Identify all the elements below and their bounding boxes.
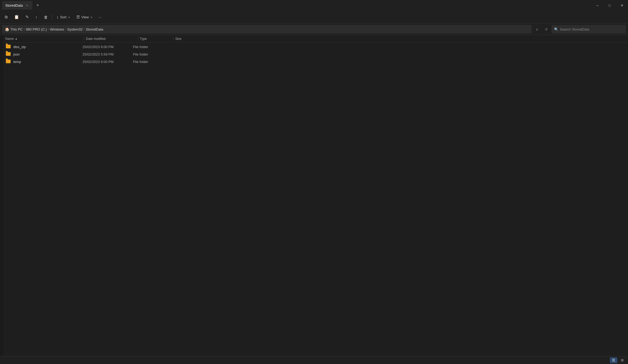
view-chevron-icon: ∨ (90, 16, 92, 19)
active-tab[interactable]: StoredData × (2, 1, 32, 10)
window-controls: ─ □ ✕ (591, 0, 628, 11)
col-header-size[interactable]: Size (175, 37, 202, 41)
list-view-icon: ☰ (612, 358, 615, 362)
search-box[interactable]: 🔍 Search StoredData (551, 25, 626, 33)
col-divider-1 (84, 37, 84, 41)
file-name: temp (13, 60, 82, 64)
breadcrumb: This PC › 980 PRO (C:) › Windows › Syste… (10, 27, 103, 31)
share-button[interactable]: ↑ (33, 12, 40, 22)
table-row[interactable]: temp 25/02/2023 6:00 PM File folder (4, 58, 627, 65)
folder-icon (6, 45, 11, 49)
refresh-icon: ↺ (545, 27, 548, 31)
close-button[interactable]: ✕ (616, 0, 628, 11)
delete-icon: 🗑 (44, 15, 48, 19)
file-date: 25/02/2023 5:59 PM (82, 52, 133, 56)
sort-button[interactable]: ↕ Sort ∨ (54, 12, 73, 22)
list-view-button[interactable]: ☰ (610, 357, 617, 363)
search-icon: 🔍 (554, 27, 558, 31)
more-options-button[interactable]: ··· (96, 12, 104, 22)
folder-icon (6, 60, 11, 64)
rename-button[interactable]: ✎ (23, 12, 32, 22)
sort-icon: ↕ (57, 15, 59, 19)
address-bar-row: 🏠 This PC › 980 PRO (C:) › Windows › Sys… (0, 23, 628, 35)
sort-chevron-icon: ∨ (68, 16, 70, 19)
status-bar: ☰ ⊞ (0, 356, 628, 364)
main-content: Name ▲ Date modified Type Size (0, 35, 628, 356)
address-bar-actions: ∨ ↺ (533, 25, 550, 33)
column-headers: Name ▲ Date modified Type Size (3, 35, 628, 43)
col-name-label: Name (5, 37, 14, 41)
col-size-label: Size (175, 37, 181, 41)
dropdown-icon: ∨ (536, 27, 538, 31)
copy-button[interactable]: ⧉ (2, 12, 10, 22)
breadcrumb-windows[interactable]: Windows (50, 27, 64, 31)
breadcrumb-system32[interactable]: System32 (67, 27, 83, 31)
file-area: Name ▲ Date modified Type Size (3, 35, 628, 356)
col-type-label: Type (140, 37, 147, 41)
file-date: 25/02/2023 6:00 PM (82, 60, 133, 64)
rename-icon: ✎ (26, 15, 29, 19)
more-label: ··· (99, 15, 102, 19)
grid-view-button[interactable]: ⊞ (618, 357, 626, 363)
file-type: File folder (133, 45, 165, 49)
col-date-label: Date modified (86, 37, 106, 41)
col-header-type[interactable]: Type (140, 37, 172, 41)
breadcrumb-drive[interactable]: 980 PRO (C:) (26, 27, 47, 31)
address-bar[interactable]: 🏠 This PC › 980 PRO (C:) › Windows › Sys… (2, 25, 532, 33)
delete-button[interactable]: 🗑 (41, 12, 51, 22)
title-bar: StoredData × + ─ □ ✕ (0, 0, 628, 11)
title-bar-left: StoredData × + (2, 1, 42, 10)
minimize-button[interactable]: ─ (591, 0, 604, 11)
paste-icon: 📋 (14, 15, 19, 19)
sidebar-strip (0, 35, 3, 356)
home-icon: 🏠 (5, 27, 9, 31)
view-label: View (81, 15, 89, 19)
paste-button[interactable]: 📋 (11, 12, 22, 22)
grid-view-icon: ⊞ (621, 358, 624, 362)
col-divider-3 (173, 37, 174, 41)
share-icon: ↑ (35, 15, 38, 19)
file-type: File folder (133, 52, 165, 56)
copy-icon: ⧉ (5, 15, 8, 19)
breadcrumb-storeddata[interactable]: StoredData (86, 27, 103, 31)
file-name: dlss_zip (13, 45, 82, 49)
maximize-button[interactable]: □ (604, 0, 616, 11)
file-date: 25/02/2023 6:00 PM (82, 45, 133, 49)
tab-label: StoredData (5, 3, 23, 7)
tab-close-button[interactable]: × (25, 3, 29, 7)
folder-icon (6, 52, 11, 56)
file-list: dlss_zip 25/02/2023 6:00 PM File folder … (3, 43, 628, 356)
col-header-name[interactable]: Name ▲ (5, 37, 82, 41)
file-explorer-window: StoredData × + ─ □ ✕ ⧉ 📋 ✎ ↑ 🗑 (0, 0, 628, 364)
breadcrumb-thispc[interactable]: This PC (10, 27, 23, 31)
refresh-button[interactable]: ↺ (542, 25, 550, 33)
toolbar: ⧉ 📋 ✎ ↑ 🗑 ↕ Sort ∨ ☰ View ∨ (0, 11, 628, 23)
view-icon: ☰ (76, 15, 80, 19)
view-button[interactable]: ☰ View ∨ (74, 12, 95, 22)
new-tab-button[interactable]: + (34, 1, 42, 10)
sort-label: Sort (60, 15, 66, 19)
col-divider-2 (138, 37, 138, 41)
table-row[interactable]: json 25/02/2023 5:59 PM File folder (4, 50, 627, 58)
col-sort-arrow-icon: ▲ (15, 37, 18, 40)
col-header-date[interactable]: Date modified (86, 37, 136, 41)
dropdown-button[interactable]: ∨ (533, 25, 541, 33)
search-placeholder: Search StoredData (560, 27, 589, 31)
toolbar-separator (52, 14, 52, 20)
file-name: json (13, 52, 82, 56)
table-row[interactable]: dlss_zip 25/02/2023 6:00 PM File folder (4, 43, 627, 50)
file-type: File folder (133, 60, 165, 64)
